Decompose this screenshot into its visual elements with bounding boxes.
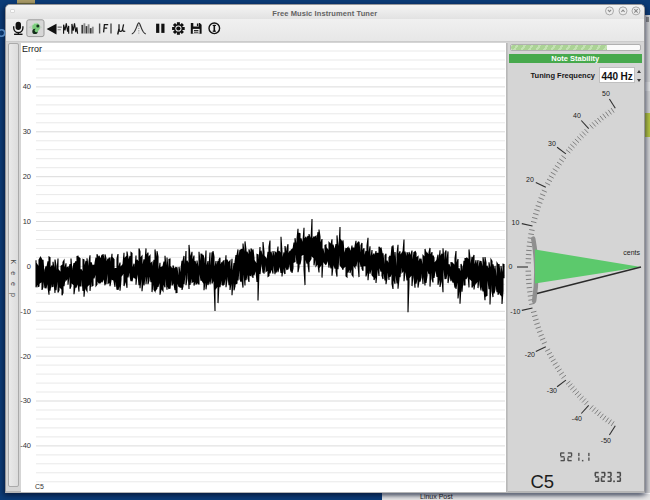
svg-text:50: 50 <box>602 90 610 97</box>
svg-text:30: 30 <box>548 140 556 147</box>
svg-text:-10: -10 <box>20 307 31 316</box>
svg-text:-30: -30 <box>20 396 31 405</box>
svg-text:20: 20 <box>23 172 31 181</box>
svg-text:-40: -40 <box>572 415 582 422</box>
svg-text:0: 0 <box>509 263 513 270</box>
svg-text:10: 10 <box>512 219 520 226</box>
svg-text:20: 20 <box>526 176 534 183</box>
svg-text:10: 10 <box>23 217 31 226</box>
svg-text:C5: C5 <box>35 483 44 490</box>
svg-text:40: 40 <box>23 82 31 91</box>
svg-text:-20: -20 <box>525 351 535 358</box>
svg-text:-20: -20 <box>20 352 31 361</box>
svg-text:-50: -50 <box>601 437 611 444</box>
svg-text:-40: -40 <box>20 441 31 450</box>
svg-text:Error: Error <box>22 44 42 54</box>
svg-text:40: 40 <box>573 112 581 119</box>
svg-text:-30: -30 <box>547 387 557 394</box>
svg-text:0: 0 <box>27 262 31 271</box>
svg-text:-10: -10 <box>510 308 520 315</box>
svg-text:cents: cents <box>623 249 640 256</box>
svg-text:30: 30 <box>23 127 31 136</box>
